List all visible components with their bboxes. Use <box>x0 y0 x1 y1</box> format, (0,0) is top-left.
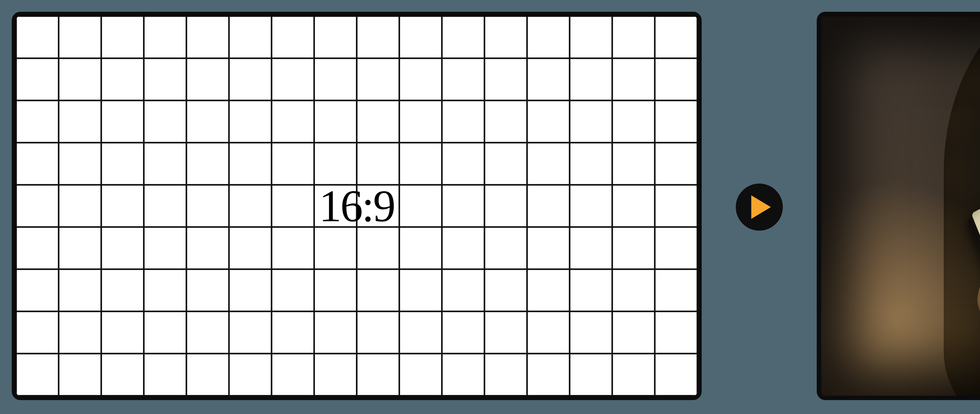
play-icon <box>751 195 771 219</box>
example-photo-panel <box>817 12 980 400</box>
comparison-stage: 16:9 <box>0 0 980 414</box>
svg-marker-0 <box>751 195 771 219</box>
play-button[interactable] <box>736 183 783 231</box>
aspect-ratio-panel: 16:9 <box>12 12 702 400</box>
photo-scene <box>821 16 980 396</box>
aspect-ratio-label: 16:9 <box>319 180 395 232</box>
